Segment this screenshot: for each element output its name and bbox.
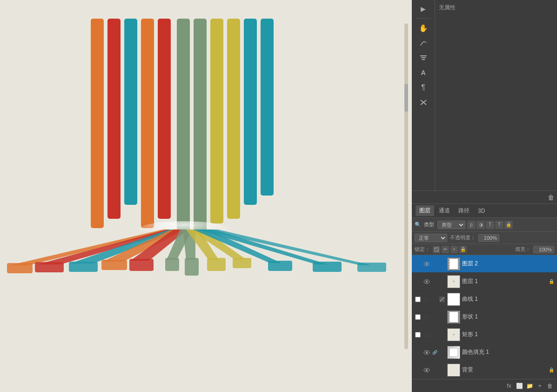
layer-eye-curve-1[interactable] bbox=[423, 296, 430, 303]
layer-thumb-curve-1 bbox=[447, 293, 460, 306]
svg-rect-37 bbox=[420, 55, 427, 56]
canvas-scrollbar[interactable] bbox=[404, 23, 408, 349]
lock-image-icon[interactable]: ✏ bbox=[442, 246, 449, 253]
add-style-button[interactable]: fx bbox=[505, 382, 513, 390]
add-mask-button[interactable]: ⬜ bbox=[515, 382, 523, 390]
layer-visibility-checkbox-rect-1[interactable] bbox=[415, 332, 421, 338]
opacity-input[interactable] bbox=[478, 234, 499, 242]
svg-point-48 bbox=[424, 297, 429, 301]
fill-input[interactable] bbox=[533, 246, 554, 253]
layer-item-rect-1[interactable]: ≡矩形 1 bbox=[412, 326, 557, 344]
new-group-button[interactable]: 📁 bbox=[525, 382, 534, 390]
layer-name-background: 背景 bbox=[462, 366, 547, 374]
new-layer-button[interactable]: + bbox=[536, 382, 544, 390]
properties-title: 无属性 bbox=[439, 4, 553, 12]
play-icon[interactable]: ▶ bbox=[416, 2, 431, 15]
tab-paths[interactable]: 路径 bbox=[455, 205, 473, 216]
lock-label: 锁定： bbox=[415, 246, 430, 253]
svg-rect-7 bbox=[194, 19, 207, 233]
layer-item-fill-1[interactable]: 🔗颜色填充 1 bbox=[412, 344, 557, 361]
svg-rect-16 bbox=[35, 262, 64, 272]
blend-opacity-row: 正常 不透明度： bbox=[412, 232, 557, 244]
svg-rect-39 bbox=[422, 59, 425, 60]
filter-pixel-icon[interactable]: p bbox=[467, 221, 476, 229]
layer-thumb-shape-1 bbox=[447, 311, 460, 324]
layer-item-curve-1[interactable]: 曲线 1 bbox=[412, 291, 557, 308]
lock-transparent-icon[interactable] bbox=[433, 246, 440, 253]
settings-icon[interactable] bbox=[416, 96, 431, 109]
right-panel: ▶ ✋ A ¶ bbox=[412, 0, 557, 392]
tab-channels[interactable]: 通道 bbox=[435, 205, 454, 216]
align-icon[interactable] bbox=[416, 51, 431, 64]
filter-type-dropdown[interactable]: 类型 bbox=[437, 221, 465, 229]
layers-tabs-row: 图层 通道 路径 3D bbox=[412, 204, 557, 218]
layers-list: 图层 2≡图层 1🔒曲线 1形状 1≡矩形 1🔗颜色填充 1背景🔒 bbox=[412, 255, 557, 379]
layer-eye-fill-1[interactable] bbox=[423, 349, 430, 356]
layer-eye-background[interactable] bbox=[423, 366, 430, 374]
svg-point-45 bbox=[426, 263, 428, 265]
canvas-scrollbar-thumb[interactable] bbox=[404, 84, 408, 112]
delete-layer-button[interactable]: 🗑 bbox=[546, 382, 554, 390]
properties-panel: ▶ ✋ A ¶ bbox=[412, 0, 557, 191]
layers-filter-bar: 🔍 类型 类型 p ◑ T T 🔒 bbox=[412, 218, 557, 232]
svg-point-55 bbox=[426, 351, 428, 353]
filter-type-icon[interactable]: T bbox=[486, 221, 494, 229]
layer-name-layer-1: 图层 1 bbox=[462, 277, 547, 285]
svg-rect-1 bbox=[91, 19, 104, 228]
lock-all-icon[interactable]: 🔒 bbox=[459, 246, 467, 253]
opacity-label: 不透明度： bbox=[450, 234, 476, 241]
layer-eye-layer-1[interactable] bbox=[423, 278, 430, 285]
lock-fill-row: 锁定： ✏ + 🔒 填充： bbox=[412, 244, 557, 255]
lock-position-icon[interactable]: + bbox=[450, 246, 458, 253]
svg-rect-8 bbox=[210, 19, 223, 223]
layer-visibility-checkbox-curve-1[interactable] bbox=[415, 297, 421, 302]
svg-point-47 bbox=[426, 281, 428, 283]
layer-thumb-background bbox=[447, 364, 460, 377]
filter-smart-icon[interactable]: 🔒 bbox=[504, 221, 513, 229]
svg-rect-4 bbox=[141, 19, 154, 228]
svg-rect-3 bbox=[124, 19, 137, 205]
layer-item-layer-2[interactable]: 图层 2 bbox=[412, 255, 557, 273]
layers-bottom-toolbar: fx ⬜ 📁 + 🗑 bbox=[412, 379, 557, 392]
svg-rect-26 bbox=[185, 258, 199, 276]
blend-mode-dropdown[interactable]: 正常 bbox=[415, 234, 447, 242]
art-svg bbox=[0, 0, 412, 392]
layer-name-layer-2: 图层 2 bbox=[462, 260, 554, 268]
svg-rect-20 bbox=[101, 260, 127, 270]
filter-adjust-icon[interactable]: ◑ bbox=[476, 221, 485, 229]
layer-visibility-checkbox-shape-1[interactable] bbox=[415, 314, 421, 320]
curve-tool-icon[interactable] bbox=[416, 36, 431, 49]
text-icon[interactable]: A bbox=[416, 66, 431, 79]
filter-icon: 🔍 bbox=[415, 222, 421, 228]
layer-name-rect-1: 矩形 1 bbox=[462, 331, 554, 338]
tab-3d[interactable]: 3D bbox=[474, 206, 489, 216]
filter-shape-icon[interactable]: T bbox=[495, 221, 503, 229]
layer-thumb-fill-1 bbox=[447, 346, 460, 359]
svg-rect-2 bbox=[107, 19, 121, 219]
layer-item-background[interactable]: 背景🔒 bbox=[412, 361, 557, 379]
svg-rect-30 bbox=[233, 258, 251, 268]
layers-top-actions: 🗑 bbox=[412, 191, 557, 204]
puppet-warp-icon[interactable]: ✋ bbox=[416, 21, 431, 34]
filter-icons-row: p ◑ T T 🔒 bbox=[467, 221, 513, 229]
lock-icons-group: ✏ + 🔒 bbox=[433, 246, 467, 253]
layer-item-layer-1[interactable]: ≡图层 1🔒 bbox=[412, 273, 557, 291]
properties-content: 无属性 bbox=[435, 0, 557, 190]
svg-rect-6 bbox=[177, 19, 190, 233]
layer-name-fill-1: 颜色填充 1 bbox=[462, 348, 554, 356]
svg-rect-9 bbox=[227, 19, 240, 219]
layer-lock-icon-layer-1: 🔒 bbox=[549, 279, 554, 284]
layer-item-shape-1[interactable]: 形状 1 bbox=[412, 308, 557, 326]
layer-eye-rect-1[interactable] bbox=[423, 331, 430, 338]
svg-rect-10 bbox=[244, 19, 257, 205]
layer-eye-shape-1[interactable] bbox=[423, 313, 430, 321]
svg-rect-24 bbox=[165, 258, 179, 271]
trash-icon[interactable]: 🗑 bbox=[548, 194, 554, 201]
paragraph-icon[interactable]: ¶ bbox=[416, 81, 431, 94]
svg-rect-18 bbox=[69, 262, 98, 272]
svg-rect-32 bbox=[268, 261, 292, 271]
tab-layers[interactable]: 图层 bbox=[416, 205, 434, 216]
layer-eye-layer-2[interactable] bbox=[423, 260, 430, 268]
svg-rect-22 bbox=[129, 259, 154, 271]
svg-rect-5 bbox=[158, 19, 171, 219]
